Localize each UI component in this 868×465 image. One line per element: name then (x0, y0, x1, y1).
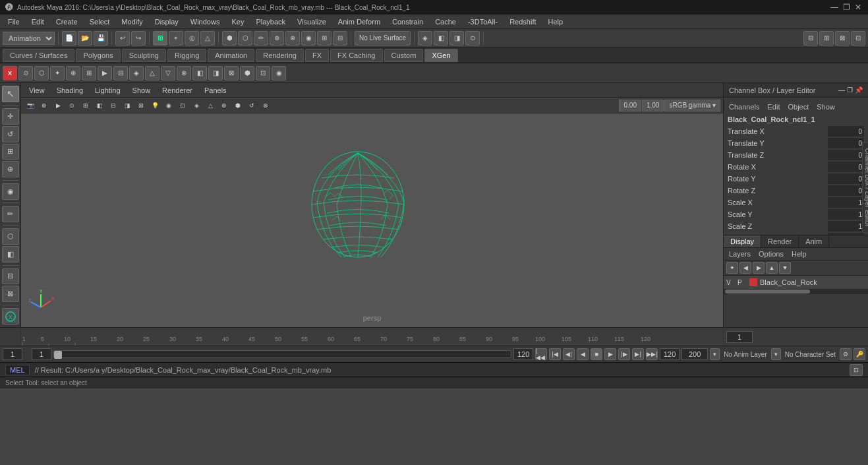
xgen-btn14[interactable]: ◨ (208, 66, 223, 80)
tab-sculpting[interactable]: Sculpting (122, 49, 166, 62)
script-mode[interactable]: MEL (5, 365, 30, 375)
preferences-button[interactable]: ⚙ (840, 348, 852, 360)
tab-fx-caching[interactable]: FX Caching (330, 49, 382, 62)
layer-visibility[interactable]: V (726, 279, 736, 286)
layer-reference[interactable]: P (738, 279, 747, 286)
rp-minimize-icon[interactable]: — (838, 86, 845, 94)
vp-lighting-button[interactable]: 💡 (148, 99, 161, 112)
attr-value-rotate-x[interactable] (828, 162, 864, 172)
tab-xgen[interactable]: XGen (424, 49, 457, 62)
redo-button[interactable]: ↪ (131, 31, 146, 46)
menu-anim-deform[interactable]: Anim Deform (333, 16, 386, 27)
gamma-value[interactable]: 1.00 (642, 100, 664, 111)
timeline-inner[interactable]: 1 5 10 15 20 25 30 35 40 45 50 55 60 65 … (21, 328, 723, 346)
le-icon-up[interactable]: ▲ (766, 262, 778, 274)
xgen-btn6[interactable]: ⊞ (82, 66, 96, 80)
move-tool-button[interactable]: ✛ (2, 108, 19, 125)
attribute-editor-side-tab[interactable]: Channel Box / Layer Editor (863, 142, 869, 233)
vp-resolution-button[interactable]: ⊠ (134, 99, 148, 112)
cb-menu-object[interactable]: Object (785, 102, 811, 112)
menu-redshift[interactable]: Redshift (504, 16, 541, 27)
vp-hud-button[interactable]: ⊡ (176, 99, 189, 112)
le-tab-render[interactable]: Render (761, 235, 799, 247)
vp-smooth-button[interactable]: ◨ (121, 99, 134, 112)
attr-value-scale-z[interactable] (828, 221, 864, 232)
frame-display[interactable] (3, 348, 22, 360)
render-settings-button[interactable]: ⊡ (851, 31, 865, 46)
step-back-button[interactable]: |◀ (549, 348, 561, 360)
xgen-btn2[interactable]: ⊙ (18, 66, 33, 80)
viewport[interactable]: View Shading Lighting Show Renderer Pane… (21, 83, 723, 327)
vp-aa-button[interactable]: △ (204, 99, 217, 112)
live-surface-button[interactable]: No Live Surface (355, 31, 411, 46)
vp-menu-shading[interactable]: Shading (51, 85, 88, 96)
preset-selector[interactable]: Animation (3, 32, 55, 45)
color-space[interactable]: sRGB gamma ▾ (664, 100, 720, 111)
viewport-canvas[interactable]: persp X Y Z (21, 113, 723, 327)
le-menu-layers[interactable]: Layers (726, 249, 753, 259)
range-start[interactable] (32, 348, 51, 360)
step-forward-button[interactable]: ▶| (632, 348, 644, 360)
attr-value-scale-y[interactable] (828, 209, 864, 220)
snap-point-button[interactable]: ◎ (185, 31, 199, 46)
layer-editor-scrollbar[interactable] (724, 289, 868, 294)
layer-color-swatch[interactable] (749, 278, 758, 287)
menu-constrain[interactable]: Constrain (387, 16, 428, 27)
vp-isolate-button[interactable]: ⊕ (217, 99, 231, 112)
attr-value-translate-z[interactable] (828, 150, 864, 160)
display-layer-button[interactable]: ⊟ (2, 268, 19, 285)
camera-tool-button[interactable]: ◧ (2, 246, 19, 263)
xgen-btn5[interactable]: ⊕ (66, 66, 80, 80)
le-menu-options[interactable]: Options (756, 249, 786, 259)
transform-button[interactable]: ⊗ (285, 31, 300, 46)
vp-snap-button[interactable]: ⊙ (65, 99, 78, 112)
right-timeline-start[interactable] (726, 331, 753, 343)
menu-playback[interactable]: Playback (250, 16, 291, 27)
vp-grid-btn[interactable]: ⊞ (79, 99, 92, 112)
attr-value-translate-x[interactable] (828, 126, 864, 137)
exposure-value[interactable]: 0.00 (619, 100, 641, 111)
menu-create[interactable]: Create (51, 16, 83, 27)
snap-curve-button[interactable]: ⌖ (169, 31, 183, 46)
xgen-btn7[interactable]: ▶ (98, 66, 112, 80)
le-tab-anim[interactable]: Anim (799, 235, 829, 247)
menu-select[interactable]: Select (84, 16, 115, 27)
menu-3dtoall[interactable]: -3DToAll- (463, 16, 503, 27)
menu-key[interactable]: Key (226, 16, 249, 27)
xgen-btn12[interactable]: ⊗ (177, 66, 191, 80)
vp-menu-renderer[interactable]: Renderer (157, 85, 198, 96)
xgen-btn15[interactable]: ⊠ (224, 66, 239, 80)
tab-curves-surfaces[interactable]: Curves / Surfaces (3, 49, 74, 62)
le-icon-new[interactable]: ✦ (726, 262, 738, 274)
maximize-button[interactable]: ❐ (842, 3, 851, 12)
vp-menu-lighting[interactable]: Lighting (90, 85, 126, 96)
xgen-btn18[interactable]: ◉ (272, 66, 286, 80)
close-button[interactable]: ✕ (854, 3, 863, 12)
lasso-button[interactable]: ⬡ (238, 31, 252, 46)
universal-manip-button[interactable]: ⊕ (2, 161, 19, 177)
go-end-button[interactable]: ▶▶| (646, 348, 658, 360)
ipr-button[interactable]: ◧ (434, 31, 448, 46)
cb-menu-show[interactable]: Show (814, 102, 838, 112)
xgen-btn4[interactable]: ✦ (50, 66, 65, 80)
vp-xray-button[interactable]: ⬢ (231, 99, 245, 112)
menu-modify[interactable]: Modify (116, 16, 148, 27)
xgen-panel-button[interactable]: X (2, 308, 19, 325)
next-key-button[interactable]: |▶ (618, 348, 630, 360)
tab-fx[interactable]: FX (305, 49, 329, 62)
minimize-button[interactable]: — (830, 3, 839, 12)
le-icon-down[interactable]: ▼ (779, 262, 791, 274)
xgen-btn9[interactable]: ◈ (129, 66, 144, 80)
render-button[interactable]: ⊞ (819, 31, 834, 46)
prev-key-button[interactable]: ◀| (563, 348, 575, 360)
hud-button[interactable]: ⊙ (465, 31, 480, 46)
layer-row[interactable]: V P Black_Coal_Rock (724, 276, 868, 289)
attr-value-translate-y[interactable] (828, 138, 864, 148)
symmetry-button[interactable]: ⊞ (317, 31, 332, 46)
xgen-btn1[interactable]: X (3, 66, 17, 80)
attr-value-rotate-z[interactable] (828, 185, 864, 196)
vp-menu-view[interactable]: View (24, 85, 50, 96)
paint-tool-button[interactable]: ✏ (2, 206, 19, 222)
undo-button[interactable]: ↩ (115, 31, 130, 46)
vp-motion-button[interactable]: ⊗ (259, 99, 272, 112)
